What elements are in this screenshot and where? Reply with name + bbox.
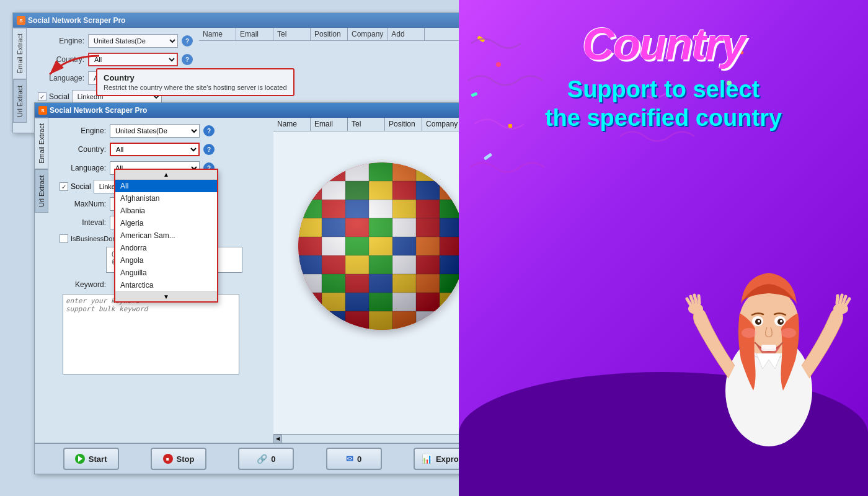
dropdown-item-all[interactable]: All [115,180,217,192]
th-tel: Tel [348,118,385,131]
main-window-title: Social Network Scraper Pro [50,106,147,115]
main-tab-email-extract[interactable]: Email Extract [35,118,48,169]
promo-subtitle-text2: the specified country [545,105,782,131]
main-maxnum-label: MaxNum: [60,200,106,208]
bg-engine-select[interactable]: United States(De [88,34,178,48]
country-dropdown[interactable]: ▲ All Afghanistan Albania Algeria Americ… [114,169,218,303]
stop-icon [163,454,173,464]
main-country-label: Country: [60,145,106,154]
dropdown-item-angola[interactable]: Angola [115,254,217,267]
svg-point-99 [780,320,782,322]
main-engine-label: Engine: [60,126,106,135]
start-icon [75,454,85,464]
bg-social-checkbox[interactable] [38,92,46,101]
tooltip-title: Country [104,73,287,82]
main-isbusiness-checkbox[interactable] [60,234,68,243]
bg-tab-email-extract[interactable]: Email Extract [13,28,27,79]
stop-button[interactable]: Stop [151,448,206,470]
bg-country-row: Country: All ? [38,53,459,66]
svg-line-84 [691,296,693,303]
link-icon: 🔗 [257,454,267,464]
main-table-headers: Name Email Tel Position Company Add [273,118,459,131]
th-company: Company [422,118,459,131]
main-language-label: Language: [60,164,106,172]
svg-line-83 [687,299,691,305]
main-engine-row: Engine: United States(De ? [60,124,270,138]
main-content-area [273,131,459,443]
main-side-tabs: Email Extract Url Extract [35,118,48,213]
th-position: Position [385,118,422,131]
scroll-left-btn[interactable]: ◀ [273,435,282,443]
svg-rect-65 [440,311,459,330]
start-button[interactable]: Start [63,448,119,470]
bg-country-help[interactable]: ? [182,54,193,65]
keyword-label: Keyword: [60,280,106,289]
stop-label: Stop [177,454,195,464]
keyword-textarea[interactable] [63,294,239,374]
bg-country-select[interactable]: All [88,53,178,66]
promo-content: Country Support to select the specified … [459,19,868,144]
svg-line-88 [846,299,849,305]
bg-th-tel: Tel [273,28,311,40]
promo-title: Country [459,19,868,69]
bg-th-add: Add [388,28,425,40]
bottom-toolbar: Start Stop 🔗 0 ✉ 0 📊 Exprot i About [35,443,459,474]
bg-tab-url-extract[interactable]: Url Extract [13,79,27,123]
export-button[interactable]: 📊 Exprot [414,448,459,470]
bg-th-position: Position [311,28,348,40]
dropdown-item-afghanistan[interactable]: Afghanistan [115,192,217,205]
main-window-titlebar: S Social Network Scraper Pro 18.0.1 — □ … [35,103,459,118]
bg-th-name: Name [199,28,236,40]
dropdown-item-andorra[interactable]: Andorra [115,242,217,254]
svg-rect-3 [298,162,322,181]
svg-line-90 [840,295,842,303]
main-tab-url-extract[interactable]: Url Extract [35,169,48,213]
mail-count-button[interactable]: ✉ 0 [326,448,382,470]
right-panel: Country Support to select the specified … [459,0,868,496]
bg-engine-label: Engine: [38,37,84,45]
bg-th-email: Email [236,28,273,40]
th-name: Name [273,118,311,131]
link-count: 0 [271,454,275,464]
export-icon: 📊 [422,454,432,464]
promo-subtitle-text1: Support to select [567,76,760,102]
main-social-label: Social [71,182,91,191]
dropdown-item-anguilla[interactable]: Anguilla [115,267,217,279]
main-title-left: S Social Network Scraper Pro [38,106,147,115]
main-social-checkbox[interactable] [60,182,68,191]
dropdown-item-antarctica[interactable]: Antarctica [115,279,217,291]
dropdown-scroll-down[interactable]: ▼ [115,291,217,301]
dropdown-scroll-up[interactable]: ▲ [115,170,217,180]
svg-rect-100 [761,345,776,351]
character-svg [682,223,856,471]
main-scrollbar[interactable]: ◀ ▶ [273,434,459,443]
svg-line-86 [699,296,699,303]
mail-count: 0 [357,454,361,464]
bg-country-label: Country: [38,55,84,64]
globe-display [298,162,459,330]
main-engine-help[interactable]: ? [203,125,215,136]
bg-social-label: Social [49,92,69,101]
main-country-select[interactable]: All [110,143,200,156]
dropdown-item-american-sam[interactable]: American Sam... [115,229,217,242]
svg-point-101 [742,328,756,338]
bg-table-headers: Name Email Tel Position Company Add [199,28,459,41]
bg-engine-help[interactable]: ? [182,35,193,46]
svg-point-102 [781,328,796,338]
svg-line-85 [694,295,696,303]
main-country-row: Country: All ? [60,143,270,156]
svg-line-91 [837,296,838,303]
dropdown-item-algeria[interactable]: Algeria [115,217,217,229]
link-count-button[interactable]: 🔗 0 [238,448,294,470]
scroll-track[interactable] [282,435,459,443]
bg-language-label: Language: [38,74,84,82]
globe-svg [298,162,459,330]
main-engine-select[interactable]: United States(De [110,124,200,138]
svg-line-89 [843,296,846,303]
dropdown-item-albania[interactable]: Albania [115,205,217,217]
main-country-help[interactable]: ? [203,144,215,155]
left-panel: S Social Network Scraper Pro 18.0.1 — □ … [0,0,459,496]
svg-rect-9 [440,162,459,181]
tooltip-description: Restrict the country where the site's ho… [104,84,287,91]
bg-window-title: Social Network Scraper Pro [28,16,125,25]
